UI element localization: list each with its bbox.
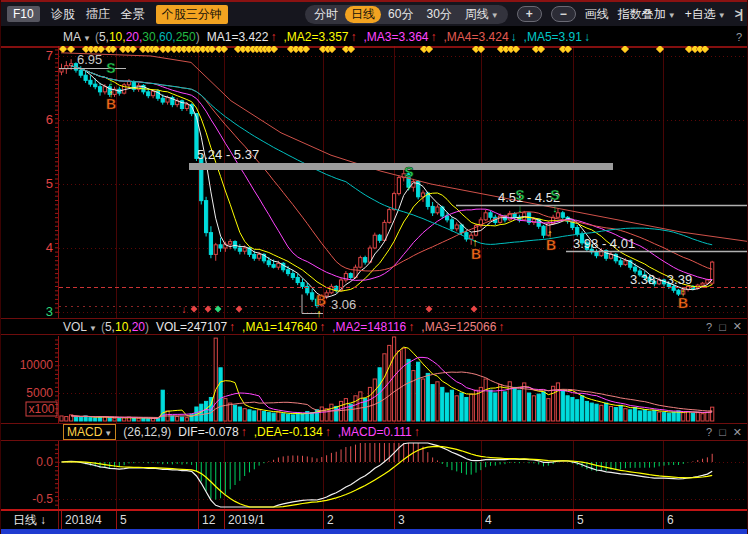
help-icon[interactable]: ? (706, 321, 712, 333)
maximize-icon[interactable]: □ (719, 321, 726, 333)
volume-bar (662, 413, 665, 421)
zoom-in-button[interactable]: + (517, 6, 542, 22)
ma-indicator-dropdown[interactable]: MA▼ (63, 30, 91, 44)
macd-indicator-label: MACD (67, 425, 102, 439)
volume-bar (185, 418, 188, 421)
chevron-down-icon: ▼ (104, 429, 112, 438)
indicator-value: ,MA2=148116 (332, 320, 406, 334)
volume-indicator-header: VOL▼ (5,10,20) VOL=247107↑,MA1=147640↑,M… (1, 318, 747, 335)
volume-bar (619, 405, 622, 421)
volume-bar (585, 401, 588, 421)
volume-pane-window-icons: ? □ ✕ (706, 319, 742, 334)
up-arrow-icon: ↑ (408, 320, 414, 334)
candlestick (166, 98, 169, 102)
indicator-param: 20, (126, 30, 143, 44)
tab-30min[interactable]: 30分 (420, 6, 457, 23)
help-icon[interactable]: ? (736, 31, 742, 43)
ma-params: (5,10,20,30,60,250) (95, 30, 200, 44)
x-axis-tick (224, 511, 225, 529)
close-icon[interactable]: ✕ (733, 426, 742, 439)
volume-bar (219, 368, 222, 421)
y-axis-label: -0.5 (32, 492, 53, 506)
draw-line-button[interactable]: 画线 (585, 6, 609, 23)
volume-bar (441, 387, 444, 421)
nav-diagnose[interactable]: 诊股 (51, 6, 75, 23)
help-icon[interactable]: ? (706, 426, 712, 438)
volume-bar (243, 409, 246, 421)
signal-diamond-icon (471, 306, 478, 313)
tab-60min[interactable]: 60分 (382, 6, 419, 23)
volume-bar (65, 417, 68, 421)
chevron-down-icon: ▼ (491, 11, 499, 20)
candlestick (388, 210, 391, 223)
volume-bar (571, 397, 574, 421)
chevron-down-icon: ▼ (89, 324, 97, 333)
ma-values: MA1=3.422↑,MA2=3.357↑,MA3=3.364↑,MA4=3.4… (200, 30, 590, 44)
add-watchlist-dropdown[interactable]: +自选▼ (685, 6, 726, 23)
candlestick (633, 267, 636, 271)
nav-banker[interactable]: 擂庄 (86, 6, 110, 23)
volume-chart[interactable]: 100005000x100 (1, 336, 748, 423)
candlestick (619, 261, 622, 265)
candlestick (624, 261, 627, 265)
nav-stock-3min[interactable]: 个股三分钟 (156, 5, 228, 24)
volume-bar (412, 371, 415, 421)
macd-indicator-dropdown[interactable]: MACD▼ (63, 424, 116, 440)
zoom-out-button[interactable]: − (551, 6, 576, 22)
volume-bar (176, 417, 179, 421)
price-annotation: 6.95 (77, 52, 102, 67)
volume-bar (706, 412, 709, 421)
candlestick (219, 245, 222, 248)
vol-params: (5,10,20) (101, 320, 149, 334)
period-indicator[interactable]: 日线 ↓ (1, 511, 59, 529)
volume-bar (450, 390, 453, 421)
ma-indicator-label: MA (63, 30, 81, 44)
volume-bar (330, 404, 333, 421)
close-icon[interactable]: ✕ (733, 320, 742, 333)
vol-indicator-dropdown[interactable]: VOL▼ (63, 320, 97, 334)
volume-bar (658, 412, 661, 421)
index-overlay-dropdown[interactable]: 指数叠加▼ (618, 6, 676, 23)
y-axis-label: 5 (46, 176, 53, 191)
volume-bar (320, 407, 323, 421)
indicator-param: 60, (159, 30, 176, 44)
collapse-panel-icon[interactable]: >| (735, 7, 741, 21)
nav-overview[interactable]: 全景 (121, 6, 145, 23)
volume-bar (421, 379, 424, 421)
up-arrow-icon: ↑ (350, 30, 356, 44)
indicator-value: ,DEA=-0.134 (254, 425, 323, 439)
sell-signal-marker: S (515, 187, 524, 203)
period-tabs: 分时 日线 60分 30分 周线▼ (305, 5, 508, 24)
volume-bar (60, 416, 63, 421)
candlestick (436, 207, 439, 213)
indicator-value: MA1=3.422 (207, 30, 269, 44)
volume-bar (262, 411, 265, 421)
index-overlay-label: 指数叠加 (618, 7, 666, 21)
tab-intraday[interactable]: 分时 (308, 6, 344, 23)
f10-button[interactable]: F10 (7, 6, 40, 22)
indicator-param: 10, (115, 320, 132, 334)
stock-chart-app: F10 诊股 擂庄 全景 个股三分钟 分时 日线 60分 30分 周线▼ + −… (0, 0, 748, 534)
candlestick (243, 248, 246, 251)
volume-bar (258, 410, 261, 421)
macd-chart[interactable]: 0.0-0.5 (1, 441, 748, 509)
macd-values: DIF=-0.078↑,DEA=-0.134↑,MACD=0.111↑ (171, 425, 419, 439)
volume-bar (605, 403, 608, 421)
candlestick (205, 201, 208, 233)
tab-daily[interactable]: 日线 (345, 6, 381, 23)
main-pane-window-icons: ? (736, 27, 742, 46)
volume-bar (359, 392, 362, 421)
tab-weekly-dropdown[interactable]: 周线▼ (459, 6, 505, 23)
candlestick-chart[interactable]: 765436.955.24 - 5.374.51 - 4.523.98 - 4.… (1, 46, 748, 318)
volume-bar (248, 410, 251, 421)
volume-bar (94, 418, 97, 421)
volume-bar (503, 392, 506, 421)
x-axis: 日线 ↓ 2018/45122019/123456 (1, 509, 747, 529)
up-arrow-icon: ↑ (431, 30, 437, 44)
price-annotation: 5.24 - 5.37 (197, 147, 259, 162)
volume-bar (561, 390, 564, 421)
dif-line (62, 443, 713, 507)
vol-indicator-label: VOL (63, 320, 87, 334)
maximize-icon[interactable]: □ (719, 426, 726, 438)
signal-diamond-icon (236, 306, 243, 313)
